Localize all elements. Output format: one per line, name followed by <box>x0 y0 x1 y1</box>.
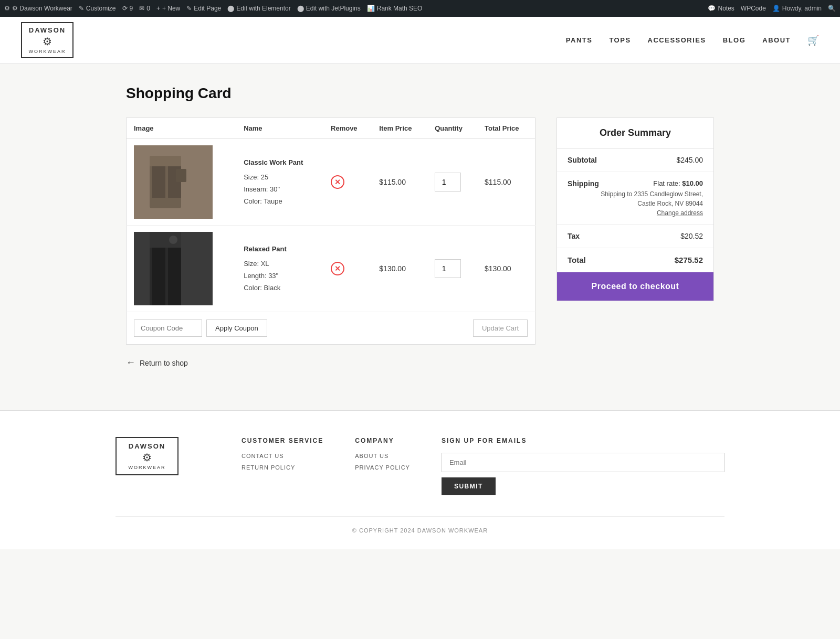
return-label: Return to shop <box>140 359 188 367</box>
wpcode-btn[interactable]: WPCode <box>741 5 766 12</box>
product-image-cell-1 <box>127 139 237 226</box>
tax-row: Tax $20.52 <box>557 225 713 248</box>
product-length-2: Length: 33" <box>244 270 316 282</box>
customize-btn[interactable]: ✎ PANTS Customize <box>79 5 116 12</box>
shipping-row: Shipping Flat rate: $10.00 Shipping to 2… <box>557 172 713 225</box>
cart-table-section: Image Name Remove Item Price Quantity To… <box>126 118 536 368</box>
remove-item-1[interactable]: ✕ <box>331 175 344 189</box>
footer-company-title: COMPANY <box>355 437 410 444</box>
footer-cs-title: CUSTOMER SERVICE <box>242 437 323 444</box>
product-size-2: Size: XL <box>244 258 316 270</box>
product-size-1: Size: 25 <box>244 171 316 183</box>
edit-page-btn[interactable]: ✎ Edit Page <box>186 5 221 12</box>
change-address-link[interactable]: Change address <box>657 209 703 217</box>
footer-logo-section: DAWSON ⚙ WORKWEAR <box>116 437 210 475</box>
footer-customer-service: CUSTOMER SERVICE CONTACT US RETURN POLIC… <box>242 437 323 476</box>
total-price-cell-2: $130.00 <box>477 226 535 312</box>
edit-icon: ✎ <box>186 5 192 12</box>
return-to-shop-link[interactable]: ← Return to shop <box>126 357 536 368</box>
site-nav: PANTS TOPS ACCESSORIES BLOG ABOUT 🛒 <box>566 35 819 46</box>
arrow-left-icon: ← <box>126 357 135 368</box>
svg-rect-4 <box>150 156 181 166</box>
remove-item-2[interactable]: ✕ <box>331 262 344 275</box>
order-summary-body: Subtotal $245.00 Shipping Flat rate: $10… <box>557 148 713 272</box>
col-name: Name <box>236 118 323 139</box>
rank-icon: 📊 <box>367 5 375 12</box>
footer-copyright: © COPYRIGHT 2024 DAWSON WORKWEAR <box>116 516 724 534</box>
svg-rect-5 <box>176 169 186 182</box>
edit-jetplugins-btn[interactable]: ⬤ Edit with JetPlugins <box>297 5 361 12</box>
cart-footer: Apply Coupon Update Cart <box>126 312 536 345</box>
site-logo[interactable]: DAWSON ⚙ WORKWEAR <box>21 22 74 58</box>
footer-company: COMPANY ABOUT US PRIVACY POLICY <box>355 437 410 476</box>
item-price-cell-1: $115.00 <box>372 139 427 226</box>
site-footer: DAWSON ⚙ WORKWEAR CUSTOMER SERVICE CONTA… <box>0 410 840 549</box>
product-details-2: Relaxed Pant Size: XL Length: 33" Color:… <box>236 226 323 312</box>
subtotal-value: $245.00 <box>676 156 703 164</box>
footer-return-policy[interactable]: RETURN POLICY <box>242 464 323 471</box>
footer-privacy-policy[interactable]: PRIVACY POLICY <box>355 464 410 471</box>
logo-title: DAWSON <box>29 26 66 34</box>
nav-tops[interactable]: TOPS <box>609 36 631 44</box>
admin-search-icon: 🔍 <box>828 5 836 12</box>
logo-emblem: ⚙ <box>43 35 52 48</box>
product-color-1: Color: Taupe <box>244 195 316 207</box>
footer-email-input[interactable] <box>442 453 724 472</box>
apply-coupon-button[interactable]: Apply Coupon <box>206 320 267 337</box>
flat-rate-text: Flat rate: $10.00 <box>653 179 703 187</box>
footer-logo-subtitle: WORKWEAR <box>129 465 166 470</box>
product-color-2: Color: Black <box>244 282 316 294</box>
tax-value: $20.52 <box>680 232 703 240</box>
footer-about-us[interactable]: ABOUT US <box>355 453 410 459</box>
footer-email-section: SIGN UP FOR EMAILS SUBMIT <box>442 437 724 495</box>
col-item-price: Item Price <box>372 118 427 139</box>
howdy-btn[interactable]: 👤 Howdy, admin <box>772 5 822 12</box>
flat-rate-label: Flat rate: <box>653 179 680 187</box>
admin-search-btn[interactable]: 🔍 <box>828 5 836 12</box>
tax-label: Tax <box>568 232 580 240</box>
quantity-input-2[interactable] <box>435 259 461 278</box>
product-image-1 <box>134 145 213 219</box>
main-content: Shopping Card Image Name Remove Item Pri… <box>116 85 724 368</box>
elementor-icon: ⬤ <box>227 5 234 12</box>
nav-about[interactable]: ABOUT <box>762 36 791 44</box>
footer-submit-button[interactable]: SUBMIT <box>442 477 496 495</box>
total-price-cell-1: $115.00 <box>477 139 535 226</box>
product-inseam-1: Inseam: 30" <box>244 183 316 195</box>
shipping-address: Shipping to 2335 Candleglow Street, Cast… <box>599 189 703 208</box>
footer-contact-us[interactable]: CONTACT US <box>242 453 323 459</box>
total-price-1: $115.00 <box>485 178 511 186</box>
new-btn[interactable]: + + New <box>156 5 180 12</box>
nav-pants[interactable]: PANTS <box>566 36 593 44</box>
footer-logo[interactable]: DAWSON ⚙ WORKWEAR <box>116 437 178 475</box>
comments-btn[interactable]: ✉ 0 <box>139 5 150 12</box>
shipping-details: Flat rate: $10.00 Shipping to 2335 Candl… <box>599 179 703 217</box>
col-image: Image <box>127 118 237 139</box>
wp-site-name: ⚙ Dawson Workwear <box>12 5 72 12</box>
logo-subtitle: WORKWEAR <box>29 49 66 54</box>
update-cart-button[interactable]: Update Cart <box>473 320 528 337</box>
svg-point-11 <box>169 236 177 244</box>
item-price-cell-2: $130.00 <box>372 226 427 312</box>
updates-btn[interactable]: ⟳ 9 <box>122 5 133 12</box>
cart-icon[interactable]: 🛒 <box>807 35 819 46</box>
notes-btn[interactable]: 💬 Notes <box>708 5 734 12</box>
col-quantity: Quantity <box>427 118 477 139</box>
wp-logo[interactable]: ⚙ ⚙ Dawson Workwear <box>4 5 72 12</box>
checkout-button[interactable]: Proceed to checkout <box>557 272 713 301</box>
coupon-input[interactable] <box>134 320 202 337</box>
quantity-cell-1 <box>427 139 477 226</box>
order-summary-header: Order Summary <box>557 118 713 148</box>
product-image-2 <box>134 232 213 305</box>
total-row: Total $275.52 <box>557 248 713 272</box>
edit-elementor-btn[interactable]: ⬤ Edit with Elementor <box>227 5 290 12</box>
svg-rect-8 <box>152 248 165 305</box>
rank-math-btn[interactable]: 📊 Rank Math SEO <box>367 5 423 12</box>
nav-accessories[interactable]: ACCESSORIES <box>648 36 706 44</box>
svg-rect-9 <box>168 248 181 305</box>
order-summary: Order Summary Subtotal $245.00 Shipping … <box>556 118 714 301</box>
product-name-2: Relaxed Pant <box>244 243 316 255</box>
quantity-input-1[interactable] <box>435 173 461 191</box>
remove-cell-2: ✕ <box>323 226 372 312</box>
nav-blog[interactable]: BLOG <box>723 36 746 44</box>
